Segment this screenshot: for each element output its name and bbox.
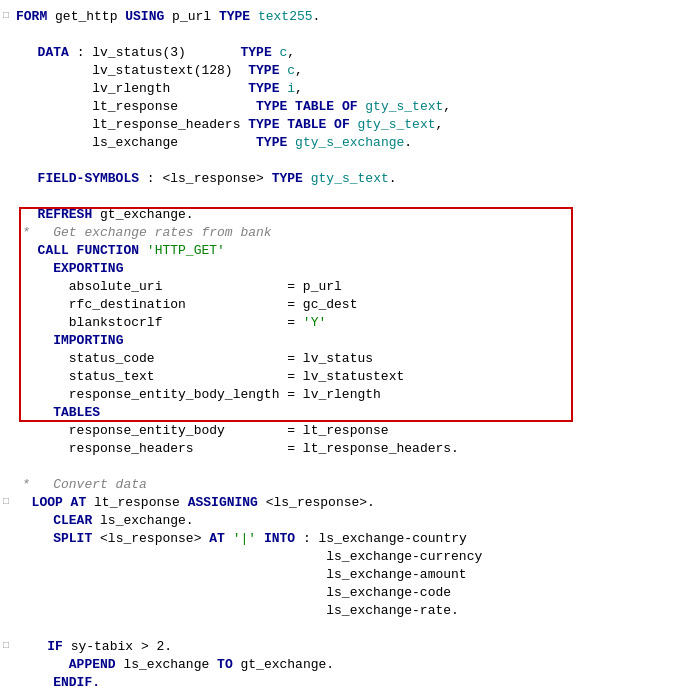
gutter [0, 369, 18, 370]
gutter [0, 27, 18, 28]
gutter [0, 225, 18, 226]
code-editor: □ FORM get_http USING p_url TYPE text255… [0, 0, 682, 687]
code-line: ls_exchange-code [0, 584, 682, 602]
code-line: □ FORM get_http USING p_url TYPE text255… [0, 8, 682, 26]
code-line: SPLIT <ls_response> AT '|' INTO : ls_exc… [0, 530, 682, 548]
code-line [0, 152, 682, 170]
gutter [0, 585, 18, 586]
code-line [0, 188, 682, 206]
code-text: * Convert data [18, 477, 682, 492]
code-line: ls_exchange TYPE gty_s_exchange. [0, 134, 682, 152]
code-line [0, 26, 682, 44]
gutter [0, 99, 18, 100]
gutter [0, 459, 18, 460]
code-line: status_code = lv_status [0, 350, 682, 368]
code-text: REFRESH gt_exchange. [18, 207, 682, 222]
code-line: status_text = lv_statustext [0, 368, 682, 386]
code-text: ls_exchange TYPE gty_s_exchange. [18, 135, 682, 150]
gutter [0, 81, 18, 82]
fold-icon[interactable]: □ [0, 639, 12, 651]
code-text: FORM get_http USING p_url TYPE text255. [12, 9, 682, 24]
gutter [0, 513, 18, 514]
gutter [0, 405, 18, 406]
gutter [0, 621, 18, 622]
gutter [0, 189, 18, 190]
code-text: APPEND ls_exchange TO gt_exchange. [18, 657, 682, 672]
code-text [18, 189, 682, 204]
code-line: response_entity_body = lt_response [0, 422, 682, 440]
gutter [0, 531, 18, 532]
code-text [18, 27, 682, 42]
code-line: APPEND ls_exchange TO gt_exchange. [0, 656, 682, 674]
code-line: IMPORTING [0, 332, 682, 350]
code-line: lv_statustext(128) TYPE c, [0, 62, 682, 80]
gutter [0, 603, 18, 604]
gutter [0, 117, 18, 118]
gutter [0, 657, 18, 658]
code-line: * Convert data [0, 476, 682, 494]
code-text: IF sy-tabix > 2. [12, 639, 682, 654]
code-line: □ LOOP AT lt_response ASSIGNING <ls_resp… [0, 494, 682, 512]
gutter [0, 423, 18, 424]
code-line [0, 620, 682, 638]
code-text: status_code = lv_status [18, 351, 682, 366]
gutter [0, 297, 18, 298]
code-line: REFRESH gt_exchange. [0, 206, 682, 224]
code-text: * Get exchange rates from bank [18, 225, 682, 240]
gutter [0, 153, 18, 154]
code-text: response_entity_body_length = lv_rlength [18, 387, 682, 402]
code-text: SPLIT <ls_response> AT '|' INTO : ls_exc… [18, 531, 682, 546]
code-line: CALL FUNCTION 'HTTP_GET' [0, 242, 682, 260]
code-text: rfc_destination = gc_dest [18, 297, 682, 312]
code-text [18, 459, 682, 474]
code-line: lv_rlength TYPE i, [0, 80, 682, 98]
code-line: TABLES [0, 404, 682, 422]
gutter [0, 207, 18, 208]
gutter [0, 549, 18, 550]
gutter [0, 243, 18, 244]
gutter [0, 171, 18, 172]
code-line: FIELD-SYMBOLS : <ls_response> TYPE gty_s… [0, 170, 682, 188]
code-text: lv_statustext(128) TYPE c, [18, 63, 682, 78]
code-text: FIELD-SYMBOLS : <ls_response> TYPE gty_s… [18, 171, 682, 186]
code-line: ls_exchange-rate. [0, 602, 682, 620]
code-text: status_text = lv_statustext [18, 369, 682, 384]
code-text: DATA : lv_status(3) TYPE c, [18, 45, 682, 60]
code-text: absolute_uri = p_url [18, 279, 682, 294]
code-text: response_headers = lt_response_headers. [18, 441, 682, 456]
code-line: blankstocrlf = 'Y' [0, 314, 682, 332]
code-line: lt_response_headers TYPE TABLE OF gty_s_… [0, 116, 682, 134]
fold-icon[interactable]: □ [0, 9, 12, 21]
gutter [0, 567, 18, 568]
code-text: LOOP AT lt_response ASSIGNING <ls_respon… [12, 495, 682, 510]
code-line: rfc_destination = gc_dest [0, 296, 682, 314]
code-text: IMPORTING [18, 333, 682, 348]
code-text: ls_exchange-currency [18, 549, 682, 564]
gutter [0, 441, 18, 442]
code-line: DATA : lv_status(3) TYPE c, [0, 44, 682, 62]
code-text: ls_exchange-amount [18, 567, 682, 582]
code-text: ls_exchange-rate. [18, 603, 682, 618]
gutter [0, 45, 18, 46]
code-text: TABLES [18, 405, 682, 420]
gutter [0, 315, 18, 316]
code-text: ENDIF. [18, 675, 682, 687]
gutter [0, 351, 18, 352]
code-line: ls_exchange-currency [0, 548, 682, 566]
code-line: * Get exchange rates from bank [0, 224, 682, 242]
code-text: lt_response TYPE TABLE OF gty_s_text, [18, 99, 682, 114]
gutter [0, 387, 18, 388]
gutter [0, 261, 18, 262]
fold-icon[interactable]: □ [0, 495, 12, 507]
code-text [18, 153, 682, 168]
code-line: ls_exchange-amount [0, 566, 682, 584]
code-line: CLEAR ls_exchange. [0, 512, 682, 530]
code-text: lv_rlength TYPE i, [18, 81, 682, 96]
code-text: blankstocrlf = 'Y' [18, 315, 682, 330]
code-text: lt_response_headers TYPE TABLE OF gty_s_… [18, 117, 682, 132]
code-line: response_entity_body_length = lv_rlength [0, 386, 682, 404]
code-line: ENDIF. [0, 674, 682, 687]
code-line: EXPORTING [0, 260, 682, 278]
gutter [0, 477, 18, 478]
code-text [18, 621, 682, 636]
